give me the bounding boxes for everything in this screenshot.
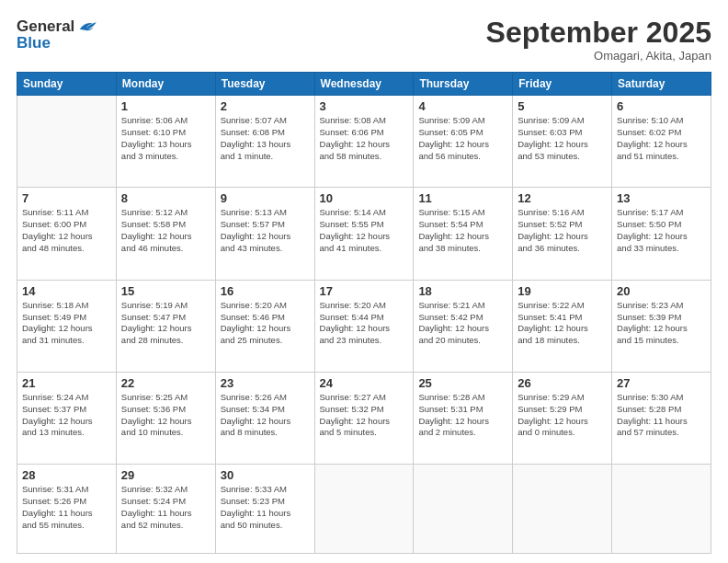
day-number: 1 [121, 99, 210, 113]
table-row: 11Sunrise: 5:15 AMSunset: 5:54 PMDayligh… [414, 188, 513, 280]
day-info: Sunrise: 5:20 AMSunset: 5:44 PMDaylight:… [320, 300, 409, 347]
table-row: 27Sunrise: 5:30 AMSunset: 5:28 PMDayligh… [612, 372, 711, 464]
day-number: 23 [221, 376, 310, 390]
logo-blue-text: Blue [17, 35, 98, 52]
table-row: 2Sunrise: 5:07 AMSunset: 6:08 PMDaylight… [215, 96, 314, 188]
day-info: Sunrise: 5:23 AMSunset: 5:39 PMDaylight:… [617, 300, 706, 347]
table-row: 18Sunrise: 5:21 AMSunset: 5:42 PMDayligh… [414, 280, 513, 372]
day-number: 26 [518, 376, 607, 390]
day-info: Sunrise: 5:11 AMSunset: 6:00 PMDaylight:… [22, 207, 111, 254]
table-row: 4Sunrise: 5:09 AMSunset: 6:05 PMDaylight… [414, 96, 513, 188]
day-number: 19 [518, 284, 607, 298]
day-number: 22 [121, 376, 210, 390]
col-wednesday: Wednesday [314, 73, 414, 96]
table-row: 28Sunrise: 5:31 AMSunset: 5:26 PMDayligh… [17, 465, 117, 554]
day-number: 20 [617, 284, 706, 298]
month-title: September 2025 [486, 17, 711, 49]
day-info: Sunrise: 5:09 AMSunset: 6:03 PMDaylight:… [518, 115, 607, 162]
table-row: 20Sunrise: 5:23 AMSunset: 5:39 PMDayligh… [612, 280, 711, 372]
table-row [314, 465, 414, 554]
day-info: Sunrise: 5:13 AMSunset: 5:57 PMDaylight:… [221, 207, 310, 254]
day-info: Sunrise: 5:24 AMSunset: 5:37 PMDaylight:… [22, 392, 111, 439]
day-number: 24 [320, 376, 409, 390]
day-info: Sunrise: 5:29 AMSunset: 5:29 PMDaylight:… [518, 392, 607, 439]
day-number: 3 [320, 99, 409, 113]
table-row: 19Sunrise: 5:22 AMSunset: 5:41 PMDayligh… [513, 280, 612, 372]
day-info: Sunrise: 5:30 AMSunset: 5:28 PMDaylight:… [617, 392, 706, 439]
location: Omagari, Akita, Japan [486, 49, 711, 63]
day-info: Sunrise: 5:12 AMSunset: 5:58 PMDaylight:… [121, 207, 210, 254]
col-friday: Friday [513, 73, 612, 96]
table-row: 3Sunrise: 5:08 AMSunset: 6:06 PMDaylight… [314, 96, 414, 188]
day-info: Sunrise: 5:09 AMSunset: 6:05 PMDaylight:… [418, 115, 507, 162]
day-info: Sunrise: 5:07 AMSunset: 6:08 PMDaylight:… [221, 115, 310, 162]
day-info: Sunrise: 5:28 AMSunset: 5:31 PMDaylight:… [418, 392, 507, 439]
day-info: Sunrise: 5:14 AMSunset: 5:55 PMDaylight:… [320, 207, 409, 254]
table-row: 25Sunrise: 5:28 AMSunset: 5:31 PMDayligh… [414, 372, 513, 464]
day-info: Sunrise: 5:18 AMSunset: 5:49 PMDaylight:… [22, 300, 111, 347]
day-info: Sunrise: 5:06 AMSunset: 6:10 PMDaylight:… [121, 115, 210, 162]
table-row: 7Sunrise: 5:11 AMSunset: 6:00 PMDaylight… [17, 188, 117, 280]
day-number: 28 [22, 468, 111, 482]
day-number: 8 [121, 191, 210, 205]
day-info: Sunrise: 5:32 AMSunset: 5:24 PMDaylight:… [121, 484, 210, 531]
table-row: 26Sunrise: 5:29 AMSunset: 5:29 PMDayligh… [513, 372, 612, 464]
day-number: 10 [320, 191, 409, 205]
col-sunday: Sunday [17, 73, 117, 96]
table-row: 9Sunrise: 5:13 AMSunset: 5:57 PMDaylight… [215, 188, 314, 280]
calendar-table: Sunday Monday Tuesday Wednesday Thursday… [17, 72, 711, 554]
header: General Blue September 2025 Omagari, Aki… [17, 17, 711, 63]
page: General Blue September 2025 Omagari, Aki… [0, 0, 728, 563]
table-row [17, 96, 117, 188]
day-number: 16 [221, 284, 310, 298]
table-row: 12Sunrise: 5:16 AMSunset: 5:52 PMDayligh… [513, 188, 612, 280]
calendar-header-row: Sunday Monday Tuesday Wednesday Thursday… [17, 73, 711, 96]
logo-text: General Blue [17, 17, 98, 52]
logo-general: General [17, 18, 74, 36]
day-number: 18 [418, 284, 507, 298]
table-row: 1Sunrise: 5:06 AMSunset: 6:10 PMDaylight… [116, 96, 215, 188]
day-number: 2 [221, 99, 310, 113]
table-row: 24Sunrise: 5:27 AMSunset: 5:32 PMDayligh… [314, 372, 414, 464]
table-row: 8Sunrise: 5:12 AMSunset: 5:58 PMDaylight… [116, 188, 215, 280]
table-row: 14Sunrise: 5:18 AMSunset: 5:49 PMDayligh… [17, 280, 117, 372]
table-row: 22Sunrise: 5:25 AMSunset: 5:36 PMDayligh… [116, 372, 215, 464]
day-info: Sunrise: 5:21 AMSunset: 5:42 PMDaylight:… [418, 300, 507, 347]
day-info: Sunrise: 5:26 AMSunset: 5:34 PMDaylight:… [221, 392, 310, 439]
day-info: Sunrise: 5:31 AMSunset: 5:26 PMDaylight:… [22, 484, 111, 531]
day-info: Sunrise: 5:19 AMSunset: 5:47 PMDaylight:… [121, 300, 210, 347]
table-row [414, 465, 513, 554]
day-number: 9 [221, 191, 310, 205]
col-monday: Monday [116, 73, 215, 96]
title-block: September 2025 Omagari, Akita, Japan [486, 17, 711, 63]
day-number: 12 [518, 191, 607, 205]
table-row [612, 465, 711, 554]
table-row: 6Sunrise: 5:10 AMSunset: 6:02 PMDaylight… [612, 96, 711, 188]
day-info: Sunrise: 5:25 AMSunset: 5:36 PMDaylight:… [121, 392, 210, 439]
col-tuesday: Tuesday [215, 73, 314, 96]
day-number: 15 [121, 284, 210, 298]
table-row: 30Sunrise: 5:33 AMSunset: 5:23 PMDayligh… [215, 465, 314, 554]
day-number: 21 [22, 376, 111, 390]
table-row: 17Sunrise: 5:20 AMSunset: 5:44 PMDayligh… [314, 280, 414, 372]
table-row: 29Sunrise: 5:32 AMSunset: 5:24 PMDayligh… [116, 465, 215, 554]
table-row: 13Sunrise: 5:17 AMSunset: 5:50 PMDayligh… [612, 188, 711, 280]
col-thursday: Thursday [414, 73, 513, 96]
day-info: Sunrise: 5:15 AMSunset: 5:54 PMDaylight:… [418, 207, 507, 254]
day-info: Sunrise: 5:20 AMSunset: 5:46 PMDaylight:… [221, 300, 310, 347]
table-row [513, 465, 612, 554]
day-info: Sunrise: 5:08 AMSunset: 6:06 PMDaylight:… [320, 115, 409, 162]
day-number: 30 [221, 468, 310, 482]
day-number: 5 [518, 99, 607, 113]
table-row: 23Sunrise: 5:26 AMSunset: 5:34 PMDayligh… [215, 372, 314, 464]
day-info: Sunrise: 5:17 AMSunset: 5:50 PMDaylight:… [617, 207, 706, 254]
day-number: 29 [121, 468, 210, 482]
col-saturday: Saturday [612, 73, 711, 96]
day-number: 27 [617, 376, 706, 390]
day-info: Sunrise: 5:22 AMSunset: 5:41 PMDaylight:… [518, 300, 607, 347]
table-row: 5Sunrise: 5:09 AMSunset: 6:03 PMDaylight… [513, 96, 612, 188]
day-number: 14 [22, 284, 111, 298]
day-number: 6 [617, 99, 706, 113]
table-row: 10Sunrise: 5:14 AMSunset: 5:55 PMDayligh… [314, 188, 414, 280]
day-info: Sunrise: 5:27 AMSunset: 5:32 PMDaylight:… [320, 392, 409, 439]
